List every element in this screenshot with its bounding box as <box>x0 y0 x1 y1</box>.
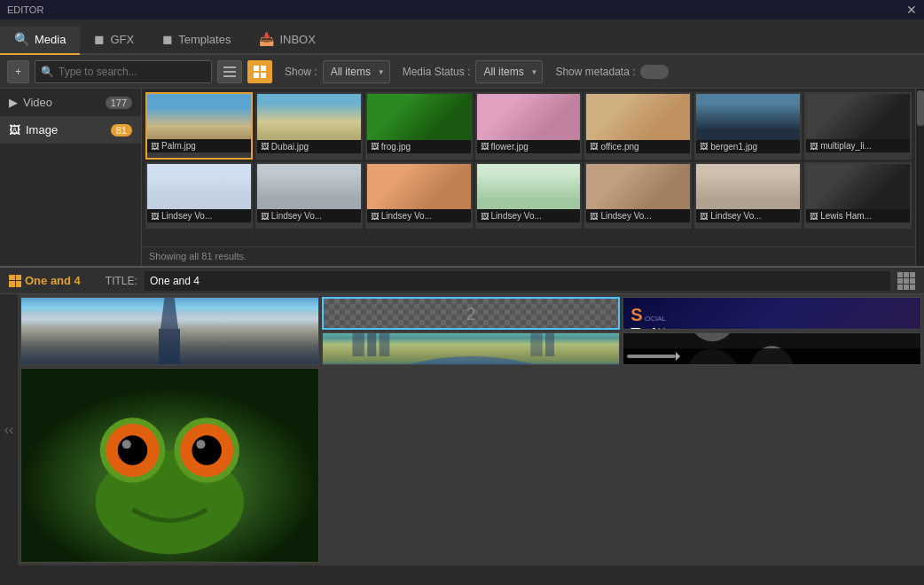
template-cells: ‹‹ 2 <box>0 294 924 566</box>
template-cell-1[interactable] <box>20 297 319 365</box>
media-grid-inner: 🖼 Palm.jpg 🖼 Dubai.jpg 🖼 frog.jpg <box>145 92 912 229</box>
cell-number-2: 2 <box>466 303 475 324</box>
media-thumb-flower[interactable]: 🖼 flower.jpg <box>475 92 583 160</box>
svg-rect-2 <box>223 75 236 77</box>
media-thumb-bergen[interactable]: 🖼 bergen1.jpg <box>694 92 802 160</box>
tab-templates[interactable]: ◼ Templates <box>148 27 245 55</box>
image-count-badge: 81 <box>111 124 132 136</box>
template-name: One and 4 <box>25 274 81 287</box>
video-count-badge: 177 <box>106 97 132 109</box>
image-file-icon: 🖼 <box>261 212 269 221</box>
svg-rect-14 <box>379 333 389 356</box>
toolbar: + 🔍 Show : All items Media Status : All … <box>0 55 924 89</box>
media-thumb-office[interactable]: 🖼 office.png <box>584 92 692 160</box>
search-input[interactable] <box>35 60 212 83</box>
media-thumb-frog[interactable]: 🖼 frog.jpg <box>365 92 473 160</box>
svg-rect-3 <box>254 66 259 71</box>
tab-media[interactable]: 🔍 Media <box>0 27 80 55</box>
media-thumb-lindsey3[interactable]: 🖼 Lindsey Vo... <box>365 162 473 230</box>
search-wrapper: 🔍 <box>35 60 212 83</box>
list-view-button[interactable] <box>217 60 242 83</box>
image-icon: 🖼 <box>9 123 20 136</box>
image-file-icon: 🖼 <box>810 142 818 151</box>
twitter-decoration: S OCIAL <box>630 305 913 325</box>
twitter-brand: S <box>630 305 642 324</box>
tab-gfx[interactable]: ◼ GFX <box>80 27 148 55</box>
image-file-icon: 🖼 <box>810 212 818 221</box>
show-metadata-label: Show metadata : <box>555 66 635 78</box>
sidebar-item-video[interactable]: ▶ Video 177 <box>0 89 141 116</box>
svg-rect-6 <box>261 73 266 78</box>
metadata-toggle[interactable] <box>640 65 669 79</box>
image-file-icon: 🖼 <box>151 212 159 221</box>
template-cell-6[interactable] <box>20 368 319 563</box>
add-button[interactable]: + <box>7 60 29 83</box>
sidebar: ▶ Video 177 🖼 Image 81 <box>0 89 142 266</box>
template-cell-2[interactable]: 2 <box>322 297 621 330</box>
template-section-title: One and 4 <box>9 274 81 287</box>
template-cell-3[interactable]: S OCIAL Twitter Name Our next President … <box>623 297 921 330</box>
top-section: ▶ Video 177 🖼 Image 81 🖼 Palm.jpg <box>0 89 924 266</box>
media-thumb-lindsey6[interactable]: 🖼 Lindsey Vo... <box>694 162 802 230</box>
svg-marker-32 <box>676 352 680 361</box>
media-thumb-lindsey1[interactable]: 🖼 Lindsey Vo... <box>145 162 253 230</box>
grid-icon <box>9 275 21 287</box>
template-title-input[interactable] <box>145 271 890 291</box>
media-thumb-multi[interactable]: 🖼 multiplay_li... <box>804 92 912 160</box>
media-thumb-lindsey4[interactable]: 🖼 Lindsey Vo... <box>475 162 583 230</box>
svg-rect-12 <box>352 333 364 356</box>
template-grid-toggle[interactable] <box>897 272 915 290</box>
sidebar-item-image[interactable]: 🖼 Image 81 <box>0 116 141 144</box>
search-icon: 🔍 <box>14 32 29 46</box>
close-icon[interactable]: ✕ <box>906 3 917 17</box>
image-file-icon: 🖼 <box>481 142 489 151</box>
scrollbar[interactable] <box>915 89 924 266</box>
image-file-icon: 🖼 <box>481 212 489 221</box>
grid-view-button[interactable] <box>247 60 272 83</box>
gfx-icon: ◼ <box>94 32 105 46</box>
media-thumb-lindsey5[interactable]: 🖼 Lindsey Vo... <box>584 162 692 230</box>
tab-inbox[interactable]: 📥 INBOX <box>245 27 329 55</box>
template-cell-4[interactable] <box>322 332 621 365</box>
video-icon: ▶ <box>9 96 18 109</box>
show-select-wrapper: All items <box>323 60 390 83</box>
image-file-icon: 🖼 <box>371 212 379 221</box>
image-file-icon: 🖼 <box>371 142 379 151</box>
search-icon: 🔍 <box>41 66 54 78</box>
image-file-icon: 🖼 <box>590 142 598 151</box>
svg-rect-1 <box>223 71 236 73</box>
tab-bar: 🔍 Media ◼ GFX ◼ Templates 📥 INBOX <box>0 20 924 55</box>
image-file-icon: 🖼 <box>151 142 159 151</box>
media-thumb-hamilton[interactable]: 🖼 Lewis Ham... <box>804 162 912 230</box>
svg-marker-7 <box>161 297 178 329</box>
app-title: EDITOR <box>7 4 43 15</box>
svg-rect-8 <box>159 329 180 364</box>
media-thumb-lindsey2[interactable]: 🖼 Lindsey Vo... <box>255 162 363 230</box>
twitter-title: Twitter <box>630 325 913 330</box>
svg-rect-15 <box>530 333 542 356</box>
svg-point-41 <box>122 441 131 449</box>
templates-icon: ◼ <box>162 32 173 46</box>
title-bar: EDITOR ✕ <box>0 0 924 20</box>
media-status-wrapper: All items <box>475 60 543 83</box>
inbox-icon: 📥 <box>259 32 274 46</box>
media-status-label: Media Status : <box>403 66 471 78</box>
image-file-icon: 🖼 <box>700 212 708 221</box>
template-cell-5[interactable] <box>623 332 921 365</box>
svg-rect-13 <box>367 333 376 356</box>
svg-point-39 <box>118 436 147 465</box>
media-thumb-dubai[interactable]: 🖼 Dubai.jpg <box>255 92 363 160</box>
svg-rect-0 <box>223 66 236 68</box>
show-select[interactable]: All items <box>323 60 390 83</box>
image-file-icon: 🖼 <box>700 142 708 151</box>
left-chevron-icon: ‹‹ <box>4 422 14 438</box>
template-title-label: TITLE: <box>106 275 137 287</box>
show-label: Show : <box>285 66 317 78</box>
svg-point-40 <box>192 436 221 465</box>
media-status-select[interactable]: All items <box>475 60 543 83</box>
results-bar: Showing all 81 results. <box>142 246 915 266</box>
media-grid: 🖼 Palm.jpg 🖼 Dubai.jpg 🖼 frog.jpg <box>142 89 915 246</box>
left-arrow-button[interactable]: ‹‹ <box>0 294 18 566</box>
template-cell-grid: 2 S OCIAL Twitter Name Our next Presiden… <box>18 294 924 566</box>
media-thumb-palm[interactable]: 🖼 Palm.jpg <box>145 92 253 160</box>
